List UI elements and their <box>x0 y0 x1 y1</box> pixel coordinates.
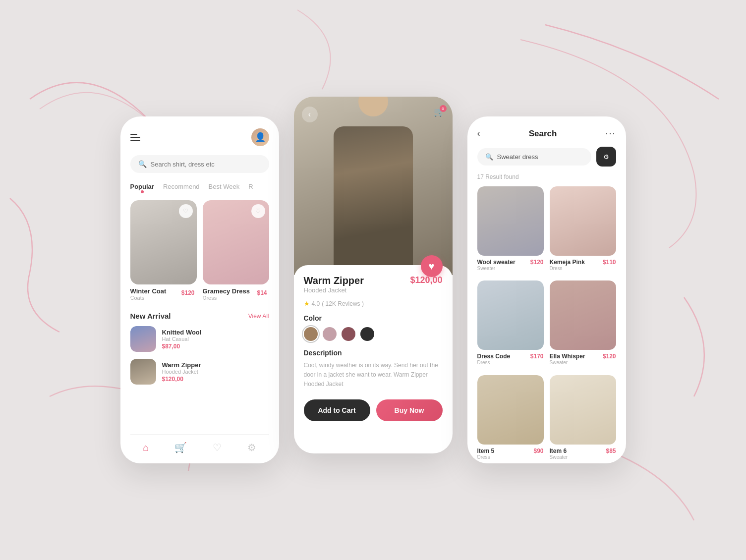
product-detail-body: ♥ Warm Zipper Hooded Jacket $120,00 ★ 4.… <box>294 265 453 431</box>
list-name-knitted: Knitted Wool <box>162 329 269 336</box>
tab-more[interactable]: R <box>248 183 253 192</box>
result-card-wool[interactable]: Wool sweater $120 Sweater <box>477 186 544 275</box>
cart-badge: 0 <box>440 105 447 112</box>
result-name-6: Item 6 <box>550 448 567 454</box>
description-text: Cool, windy weather is on its way. Send … <box>304 361 443 390</box>
list-info-warm: Warm Zipper Hooded Jacket $120,00 <box>162 361 269 383</box>
result-name-ella: Ella Whisper <box>550 353 585 360</box>
new-arrival-header: New Arrival View All <box>130 312 269 320</box>
product-price-winter: $120 <box>181 289 195 296</box>
product-price-gramecy: $14 <box>257 289 267 296</box>
search-input-wrap[interactable]: 🔍 <box>477 148 591 166</box>
search-icon: 🔍 <box>138 160 147 168</box>
result-cat-6: Sweater <box>550 454 616 460</box>
more-options-button[interactable]: ··· <box>605 128 616 139</box>
search-header: ‹ Search ··· <box>477 128 616 139</box>
search-input-3[interactable] <box>497 153 583 161</box>
favorite-button[interactable]: ♥ <box>421 255 443 277</box>
star-icon: ★ <box>304 300 310 307</box>
search-page-title: Search <box>529 129 557 139</box>
result-cat-kemeja: Dress <box>550 266 616 271</box>
color-swatch-pink[interactable] <box>323 327 337 341</box>
product-detail-subtitle: Hooded Jacket <box>304 286 364 294</box>
top-bar: 👤 <box>130 128 269 146</box>
tabs-row: Popular Recommend Best Week R <box>130 183 269 192</box>
color-swatch-black[interactable] <box>360 327 374 341</box>
hamburger-icon[interactable] <box>130 134 140 141</box>
view-all-btn[interactable]: View All <box>248 313 269 320</box>
product-detail-name: Warm Zipper <box>304 275 364 286</box>
list-price-knitted: $87,00 <box>162 343 269 350</box>
buy-now-button[interactable]: Buy Now <box>376 399 443 421</box>
list-name-warm: Warm Zipper <box>162 361 269 369</box>
home-search-input[interactable] <box>151 161 261 168</box>
list-subname-knitted: Hat Casual <box>162 336 269 342</box>
cart-button[interactable]: 🛒 0 <box>434 107 445 117</box>
result-cat-dress-code: Dress <box>477 360 544 365</box>
result-name-dress-code: Dress Code <box>477 353 511 360</box>
avatar[interactable]: 👤 <box>251 128 269 146</box>
list-item-knitted[interactable]: Knitted Wool Hat Casual $87,00 <box>130 326 269 352</box>
search-results-grid: Wool sweater $120 Sweater Kemeja Pink $1… <box>477 186 616 463</box>
list-item-warm-zipper[interactable]: Warm Zipper Hooded Jacket $120,00 <box>130 359 269 385</box>
result-cat-wool: Sweater <box>477 266 544 271</box>
phone-home: 👤 🔍 Popular Recommend Best Week R ♡ <box>120 116 279 463</box>
list-subname-warm: Hooded Jacket <box>162 369 269 375</box>
result-price-ella: $120 <box>603 353 616 360</box>
nav-home[interactable]: ⌂ <box>143 442 149 453</box>
search-input-row: 🔍 ⚙ <box>477 147 616 167</box>
tab-best-week[interactable]: Best Week <box>209 183 240 192</box>
back-button[interactable]: ‹ <box>302 107 318 122</box>
new-arrival-title: New Arrival <box>130 312 171 320</box>
products-grid: ♡ Winter Coat Coats $120 ♡ Gramecy Dress… <box>130 200 269 304</box>
result-name-5: Item 5 <box>477 448 495 454</box>
result-card-dress-code[interactable]: Dress Code $170 Dress <box>477 280 544 369</box>
product-card-gramecy[interactable]: ♡ Gramecy Dress Dress $14 <box>203 200 269 304</box>
search-icon-3: 🔍 <box>485 153 493 161</box>
filter-icon: ⚙ <box>603 153 609 161</box>
heart-button-winter[interactable]: ♡ <box>179 204 193 218</box>
result-price-5: $90 <box>533 448 543 454</box>
result-card-5[interactable]: Item 5 $90 Dress <box>477 375 544 463</box>
result-name-wool: Wool sweater <box>477 259 516 266</box>
detail-title-row: Warm Zipper Hooded Jacket $120,00 <box>304 275 443 298</box>
description-title: Description <box>304 349 443 357</box>
home-search-bar[interactable]: 🔍 <box>130 155 269 173</box>
product-card-winter[interactable]: ♡ Winter Coat Coats $120 <box>130 200 197 304</box>
color-swatches <box>304 327 443 341</box>
result-price-wool: $120 <box>530 259 544 266</box>
result-count: 17 Result found <box>477 173 616 180</box>
color-label: Color <box>304 314 443 322</box>
result-name-kemeja: Kemeja Pink <box>550 259 585 266</box>
phones-container: 👤 🔍 Popular Recommend Best Week R ♡ <box>0 0 746 560</box>
review-count: ( 12K Reviews ) <box>322 300 364 307</box>
result-card-ella[interactable]: Ella Whisper $120 Sweater <box>550 280 616 369</box>
result-price-6: $85 <box>606 448 616 454</box>
add-to-cart-button[interactable]: Add to Cart <box>304 399 370 421</box>
search-back-button[interactable]: ‹ <box>477 128 480 139</box>
list-price-warm: $120,00 <box>162 376 269 383</box>
action-buttons: Add to Cart Buy Now <box>304 399 443 421</box>
result-price-kemeja: $110 <box>603 259 616 266</box>
nav-settings[interactable]: ⚙ <box>247 442 256 453</box>
filter-button[interactable]: ⚙ <box>596 147 616 167</box>
rating-value: 4.0 <box>312 300 320 307</box>
result-cat-ella: Sweater <box>550 360 616 365</box>
color-swatch-tan[interactable] <box>304 327 318 341</box>
phone-detail: ‹ 🛒 0 ♥ Warm Zipper Hooded Jacket $120,0… <box>294 97 453 453</box>
tab-recommend[interactable]: Recommend <box>163 183 200 192</box>
bottom-nav: ⌂ 🛒 ♡ ⚙ <box>130 434 269 463</box>
rating-row: ★ 4.0 ( 12K Reviews ) <box>304 300 443 307</box>
color-swatch-mauve[interactable] <box>342 327 355 341</box>
phone-search: ‹ Search ··· 🔍 ⚙ 17 Result found <box>467 116 626 463</box>
result-card-kemeja[interactable]: Kemeja Pink $110 Dress <box>550 186 616 275</box>
nav-cart[interactable]: 🛒 <box>174 442 187 453</box>
product-detail-price: $120,00 <box>410 275 442 285</box>
product-hero-image: ‹ 🛒 0 <box>294 97 453 275</box>
nav-favorites[interactable]: ♡ <box>213 442 222 453</box>
result-card-6[interactable]: Item 6 $85 Sweater <box>550 375 616 463</box>
result-cat-5: Dress <box>477 454 544 460</box>
tab-popular[interactable]: Popular <box>130 183 154 192</box>
result-price-dress-code: $170 <box>530 353 544 360</box>
heart-button-gramecy[interactable]: ♡ <box>251 204 265 218</box>
